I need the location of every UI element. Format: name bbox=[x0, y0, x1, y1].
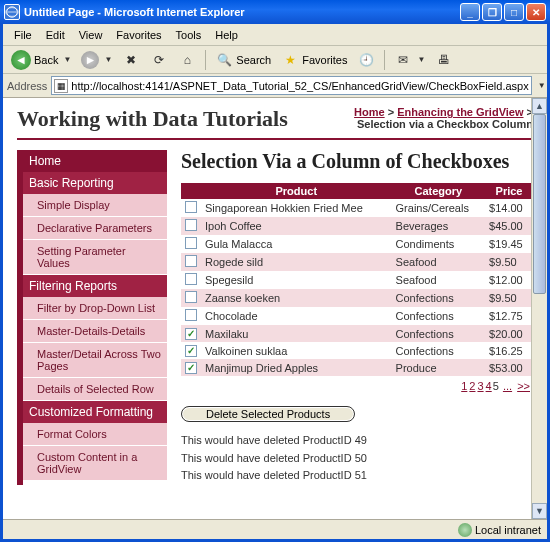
sidebar-home[interactable]: Home bbox=[23, 150, 167, 172]
cell-product: Manjimup Dried Apples bbox=[201, 359, 392, 376]
content-area: Working with Data Tutorials Home > Enhan… bbox=[3, 98, 547, 519]
menu-help[interactable]: Help bbox=[208, 29, 245, 41]
sidebar-item[interactable]: Declarative Parameters bbox=[23, 217, 167, 240]
cell-product: Rogede sild bbox=[201, 253, 392, 271]
vertical-scrollbar[interactable]: ▲ ▼ bbox=[531, 98, 547, 519]
cell-price: $12.75 bbox=[485, 307, 533, 325]
crumb-enhancing[interactable]: Enhancing the GridView bbox=[397, 106, 523, 118]
forward-dropdown-icon[interactable]: ▼ bbox=[104, 55, 112, 64]
row-checkbox[interactable] bbox=[185, 362, 197, 374]
table-row: Manjimup Dried ApplesProduce$53.00 bbox=[181, 359, 533, 376]
menu-favorites[interactable]: Favorites bbox=[109, 29, 168, 41]
scroll-up-icon[interactable]: ▲ bbox=[532, 98, 547, 114]
sidebar-item[interactable]: Details of Selected Row bbox=[23, 378, 167, 401]
history-button[interactable]: 🕘 bbox=[353, 49, 379, 71]
window-titlebar: Untitled Page - Microsoft Internet Explo… bbox=[0, 0, 550, 24]
refresh-button[interactable]: ⟳ bbox=[146, 49, 172, 71]
col-category[interactable]: Category bbox=[392, 183, 486, 199]
result-message: This would have deleted ProductID 49 bbox=[181, 432, 533, 450]
favorites-button[interactable]: ★ Favorites bbox=[277, 49, 351, 71]
stop-icon: ✖ bbox=[122, 51, 140, 69]
row-checkbox[interactable] bbox=[185, 328, 197, 340]
pager-next[interactable]: >> bbox=[516, 380, 531, 392]
scroll-thumb[interactable] bbox=[533, 114, 546, 294]
pager: 12345 ... >> bbox=[181, 376, 533, 396]
cell-category: Confections bbox=[392, 307, 486, 325]
row-checkbox[interactable] bbox=[185, 291, 197, 303]
menu-view[interactable]: View bbox=[72, 29, 110, 41]
address-dropdown-icon[interactable]: ▼ bbox=[538, 81, 546, 90]
security-zone: Local intranet bbox=[458, 523, 541, 537]
search-button[interactable]: 🔍 Search bbox=[211, 49, 275, 71]
search-label: Search bbox=[236, 54, 271, 66]
row-checkbox[interactable] bbox=[185, 309, 197, 321]
sidebar-item[interactable]: Setting Parameter Values bbox=[23, 240, 167, 275]
crumb-home[interactable]: Home bbox=[354, 106, 385, 118]
cell-price: $45.00 bbox=[485, 217, 533, 235]
window-title: Untitled Page - Microsoft Internet Explo… bbox=[24, 6, 460, 18]
pager-4[interactable]: 4 bbox=[485, 380, 493, 392]
sidebar-section[interactable]: Filtering Reports bbox=[23, 275, 167, 297]
toolbar-separator-2 bbox=[384, 50, 385, 70]
cell-category: Produce bbox=[392, 359, 486, 376]
pager-dots[interactable]: ... bbox=[502, 380, 513, 392]
sidebar-item[interactable]: Custom Content in a GridView bbox=[23, 446, 167, 481]
address-bar: Address ▦ http://localhost:4141/ASPNET_D… bbox=[3, 74, 547, 98]
sidebar-item[interactable]: Format Colors bbox=[23, 423, 167, 446]
table-row: Ipoh CoffeeBeverages$45.00 bbox=[181, 217, 533, 235]
sidebar-section[interactable]: Customized Formatting bbox=[23, 401, 167, 423]
cell-category: Confections bbox=[392, 325, 486, 342]
home-button[interactable]: ⌂ bbox=[174, 49, 200, 71]
table-row: SpegesildSeafood$12.00 bbox=[181, 271, 533, 289]
row-checkbox[interactable] bbox=[185, 219, 197, 231]
cell-price: $14.00 bbox=[485, 199, 533, 217]
table-row: Zaanse koekenConfections$9.50 bbox=[181, 289, 533, 307]
pager-3[interactable]: 3 bbox=[476, 380, 484, 392]
toolbar: ◄ Back ▼ ► ▼ ✖ ⟳ ⌂ 🔍 Search ★ Favorites … bbox=[3, 46, 547, 74]
back-icon: ◄ bbox=[11, 50, 31, 70]
mail-button[interactable]: ✉▼ bbox=[390, 49, 429, 71]
favorites-label: Favorites bbox=[302, 54, 347, 66]
cell-price: $19.45 bbox=[485, 235, 533, 253]
stop-button[interactable]: ✖ bbox=[118, 49, 144, 71]
sidebar-item[interactable]: Simple Display bbox=[23, 194, 167, 217]
products-grid: Product Category Price Singaporean Hokki… bbox=[181, 183, 533, 376]
row-checkbox[interactable] bbox=[185, 201, 197, 213]
forward-button[interactable]: ► ▼ bbox=[77, 49, 116, 71]
sidebar-item[interactable]: Filter by Drop-Down List bbox=[23, 297, 167, 320]
menu-tools[interactable]: Tools bbox=[169, 29, 209, 41]
cell-product: Spegesild bbox=[201, 271, 392, 289]
cell-category: Beverages bbox=[392, 217, 486, 235]
col-price[interactable]: Price bbox=[485, 183, 533, 199]
maximize-button[interactable]: □ bbox=[504, 3, 524, 21]
back-dropdown-icon[interactable]: ▼ bbox=[63, 55, 71, 64]
crumb-current: Selection via a Checkbox Column bbox=[357, 118, 533, 130]
delete-button[interactable]: Delete Selected Products bbox=[181, 406, 355, 422]
minimize-button[interactable]: _ bbox=[460, 3, 480, 21]
table-row: MaxilakuConfections$20.00 bbox=[181, 325, 533, 342]
sidebar-section[interactable]: Basic Reporting bbox=[23, 172, 167, 194]
cell-category: Confections bbox=[392, 342, 486, 359]
page-title: Working with Data Tutorials bbox=[17, 106, 288, 132]
sidebar-item[interactable]: Master-Details-Details bbox=[23, 320, 167, 343]
cell-price: $9.50 bbox=[485, 289, 533, 307]
row-checkbox[interactable] bbox=[185, 273, 197, 285]
cell-category: Confections bbox=[392, 289, 486, 307]
row-checkbox[interactable] bbox=[185, 255, 197, 267]
row-checkbox[interactable] bbox=[185, 345, 197, 357]
cell-price: $16.25 bbox=[485, 342, 533, 359]
address-input[interactable]: ▦ http://localhost:4141/ASPNET_Data_Tuto… bbox=[51, 76, 531, 95]
menu-edit[interactable]: Edit bbox=[39, 29, 72, 41]
scroll-down-icon[interactable]: ▼ bbox=[532, 503, 547, 519]
close-button[interactable]: ✕ bbox=[526, 3, 546, 21]
print-button[interactable]: 🖶 bbox=[431, 49, 457, 71]
search-icon: 🔍 bbox=[215, 51, 233, 69]
cell-product: Ipoh Coffee bbox=[201, 217, 392, 235]
cell-product: Maxilaku bbox=[201, 325, 392, 342]
col-product[interactable]: Product bbox=[201, 183, 392, 199]
back-button[interactable]: ◄ Back ▼ bbox=[7, 48, 75, 72]
restore-button[interactable]: ❐ bbox=[482, 3, 502, 21]
menu-file[interactable]: File bbox=[7, 29, 39, 41]
sidebar-item[interactable]: Master/Detail Across Two Pages bbox=[23, 343, 167, 378]
row-checkbox[interactable] bbox=[185, 237, 197, 249]
